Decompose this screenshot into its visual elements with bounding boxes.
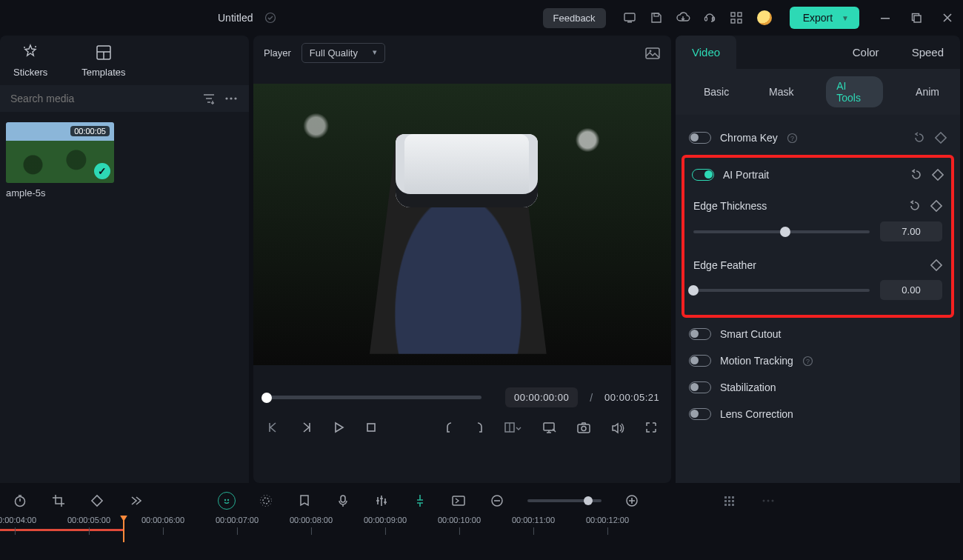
seek-slider[interactable] [267,396,482,399]
zoom-out-icon[interactable] [489,493,505,509]
chroma-key-toggle[interactable] [689,132,711,144]
subtab-mask[interactable]: Mask [762,82,801,101]
clip-duration: 00:00:05 [70,126,110,136]
edge-feather-slider[interactable] [693,289,870,292]
ai-face-icon[interactable] [218,492,236,510]
track-layers-icon[interactable] [722,493,738,509]
edge-feather-value[interactable]: 0.00 [880,280,942,300]
filter-icon[interactable] [201,91,216,106]
window-minimize-icon[interactable] [880,13,890,23]
ruler-tick: 00:00:08:00 [290,516,333,535]
reset-icon[interactable] [908,199,922,213]
time-separator: / [590,392,593,404]
subtab-animation[interactable]: Anim [908,82,947,101]
svg-point-28 [582,427,586,431]
player-panel: Player Full Quality 00:00:00:00 / 00:00:… [253,36,671,483]
subtab-ai-tools[interactable]: AI Tools [826,76,883,107]
audio-mixer-icon[interactable] [373,493,390,509]
svg-point-13 [35,46,36,47]
video-preview[interactable] [253,84,671,365]
camera-snapshot-icon[interactable] [576,421,591,434]
ruler-tick: 00:00:12:00 [586,516,629,535]
tab-video[interactable]: Video [676,36,736,69]
templates-icon [94,43,113,62]
clip-name: ample-5s [6,187,114,199]
svg-rect-34 [931,260,942,270]
tab-color[interactable]: Color [836,36,896,69]
svg-point-57 [763,500,765,502]
snapshot-gallery-icon[interactable] [644,46,661,61]
stabilization-row: Stabilization [687,374,948,401]
zoom-slider[interactable] [527,499,602,502]
zoom-in-icon[interactable] [624,493,640,509]
timeline-settings-icon[interactable] [760,493,776,509]
tab-templates[interactable]: Templates [81,43,125,78]
keyframe-icon[interactable] [935,132,947,144]
tab-stickers[interactable]: Stickers [13,43,47,78]
ruler-tick: 00:00:07:00 [216,516,259,535]
tab-stickers-label: Stickers [13,67,47,78]
split-icon[interactable] [412,493,428,509]
edge-thickness-slider[interactable] [693,230,870,233]
device-preview-icon[interactable] [622,10,637,25]
apps-icon[interactable] [729,10,744,25]
ai-portrait-toggle[interactable] [692,169,714,181]
mark-in-icon[interactable] [444,421,455,434]
window-close-icon[interactable] [942,13,953,23]
aspect-menu-icon[interactable] [504,421,523,434]
export-button[interactable]: Export▼ [790,7,859,29]
keyframe-icon[interactable] [932,169,944,181]
volume-icon[interactable] [610,421,625,434]
lens-correction-row: Lens Correction [687,401,948,427]
effects-icon[interactable] [258,493,274,509]
more-icon[interactable] [224,91,239,106]
account-avatar-icon[interactable] [757,10,772,25]
stop-icon[interactable] [364,421,378,434]
timeline-ruler[interactable]: 00:00:04:00 00:00:05:00 00:00:06:00 00:0… [0,516,963,542]
keyframe-icon[interactable] [930,259,942,271]
tab-speed[interactable]: Speed [896,36,960,69]
help-icon[interactable]: ? [802,356,813,367]
smart-cutout-toggle[interactable] [689,328,711,340]
play-icon[interactable] [332,421,345,434]
keyframe-icon[interactable] [930,200,942,212]
motion-tracking-row: Motion Tracking ? [687,347,948,374]
help-icon[interactable]: ? [787,133,798,144]
quality-select[interactable]: Full Quality [301,43,385,63]
edge-thickness-value[interactable]: 7.00 [880,221,942,241]
crop-icon[interactable] [50,493,67,509]
chroma-key-label: Chroma Key [720,132,778,144]
clip-added-check-icon: ✓ [94,163,110,179]
reset-icon[interactable] [913,131,926,144]
ruler-tick: 00:00:09:00 [364,516,407,535]
svg-point-20 [234,97,236,99]
mark-out-icon[interactable] [474,421,484,434]
window-maximize-icon[interactable] [911,13,922,23]
cloud-icon[interactable] [676,10,690,25]
stabilization-toggle[interactable] [689,381,711,393]
prev-frame-icon[interactable] [267,421,280,434]
display-settings-icon[interactable] [542,421,557,434]
stopwatch-icon[interactable] [12,493,28,509]
current-time[interactable]: 00:00:00:00 [505,387,578,407]
subtab-basic[interactable]: Basic [696,82,736,101]
support-icon[interactable] [702,10,717,25]
motion-tracking-toggle[interactable] [689,355,711,367]
feedback-button[interactable]: Feedback [543,8,606,28]
fullscreen-icon[interactable] [644,421,658,434]
marker-icon[interactable] [296,493,313,509]
svg-point-42 [261,496,272,507]
reset-icon[interactable] [910,168,923,181]
ai-portrait-highlight: AI Portrait Edge Thickness [682,155,954,318]
more-tools-icon[interactable] [127,493,144,509]
svg-point-14 [24,47,25,48]
playhead[interactable] [123,516,124,542]
save-icon[interactable] [649,10,664,25]
lens-correction-toggle[interactable] [689,408,711,420]
next-frame-icon[interactable] [299,421,313,434]
search-input[interactable] [10,93,194,104]
keyframe-tool-icon[interactable] [89,493,105,509]
voiceover-icon[interactable] [335,493,351,509]
group-icon[interactable] [450,493,467,509]
media-clip[interactable]: 00:00:05 ✓ ample-5s [6,122,114,199]
